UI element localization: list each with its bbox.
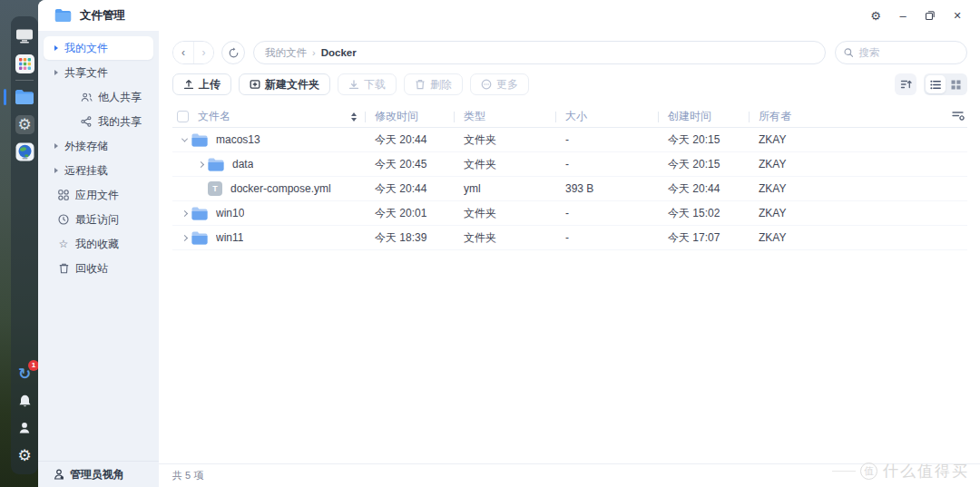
sidebar-item-remote-mount[interactable]: 远程挂载 — [44, 159, 153, 182]
cell-type: 文件夹 — [454, 132, 555, 148]
table-row[interactable]: win11 今天 18:39 文件夹 - 今天 17:07 ZKAY — [172, 226, 967, 250]
cell-size: 393 B — [555, 182, 658, 195]
folder-icon — [191, 133, 208, 147]
cell-name: win11 — [172, 231, 365, 245]
table-row[interactable]: data 今天 20:45 文件夹 - 今天 20:15 ZKAY — [172, 152, 967, 177]
sort-button[interactable] — [895, 73, 916, 95]
trash-icon — [415, 79, 426, 90]
sidebar-item-shared-files[interactable]: 共享文件 — [44, 61, 153, 84]
forward-button[interactable]: › — [193, 42, 213, 63]
sidebar-item-label: 我的共享 — [98, 114, 142, 130]
download-button[interactable]: 下载 — [338, 73, 397, 95]
search-input[interactable] — [858, 47, 958, 58]
file-name: win11 — [216, 231, 243, 244]
sort-arrows-icon[interactable] — [351, 112, 357, 122]
header-type[interactable]: 类型 — [454, 106, 555, 127]
header-owner[interactable]: 所有者 — [749, 106, 967, 127]
new-folder-icon — [250, 79, 260, 90]
desktop-icon[interactable] — [15, 26, 34, 46]
cell-owner: ZKAY — [749, 182, 967, 195]
file-name: docker-compose.yml — [230, 182, 331, 195]
search-icon — [844, 47, 853, 58]
sidebar-item-favorites[interactable]: ☆ 我的收藏 — [44, 232, 153, 256]
delete-button[interactable]: 删除 — [404, 73, 463, 95]
file-manager-icon[interactable] — [15, 87, 34, 107]
notifications-bell-icon[interactable] — [15, 391, 34, 411]
header-modified[interactable]: 修改时间 — [365, 106, 454, 127]
sort-icon — [900, 79, 912, 90]
header-name[interactable]: 文件名 — [172, 106, 365, 127]
caret-icon — [54, 70, 58, 75]
cell-modified: 今天 20:44 — [365, 132, 454, 148]
star-icon: ☆ — [57, 238, 70, 250]
breadcrumb-root[interactable]: 我的文件 — [265, 46, 307, 60]
system-gear-icon[interactable]: ⚙ — [15, 114, 34, 134]
settings-gear-icon[interactable]: ⚙ — [15, 445, 34, 465]
cell-created: 今天 20:44 — [658, 181, 749, 197]
expand-chevron-icon[interactable] — [177, 236, 191, 240]
sidebar-item-recent[interactable]: 最近访问 — [44, 208, 153, 231]
cell-type: yml — [454, 182, 555, 195]
table-header: 文件名 修改时间 类型 大小 创建时间 所有者 — [172, 106, 967, 128]
window-controls: ⚙ – ✕ — [862, 4, 971, 27]
status-bar: 共 5 项 — [159, 463, 980, 487]
upload-icon — [183, 79, 194, 90]
cell-name: T docker-compose.yml — [172, 181, 365, 196]
back-button[interactable]: ‹ — [173, 42, 193, 63]
app-folder-icon — [54, 8, 72, 23]
file-name: macos13 — [216, 133, 260, 146]
header-label: 文件名 — [198, 109, 230, 124]
table-row[interactable]: win10 今天 20:01 文件夹 - 今天 15:02 ZKAY — [172, 201, 967, 226]
breadcrumb[interactable]: 我的文件 › Docker — [253, 41, 826, 64]
header-created[interactable]: 创建时间 — [658, 106, 749, 127]
list-view-button[interactable] — [926, 75, 946, 93]
select-all-checkbox[interactable] — [177, 111, 189, 122]
sidebar-item-my-files[interactable]: 我的文件 — [44, 36, 153, 60]
column-settings-icon[interactable] — [952, 110, 965, 124]
sidebar-item-external-storage[interactable]: 外接存储 — [44, 134, 153, 158]
sidebar-item-label: 我的文件 — [64, 41, 108, 56]
globe-app-icon[interactable] — [15, 141, 34, 161]
upload-button[interactable]: 上传 — [172, 73, 231, 95]
grid-view-button[interactable] — [946, 75, 965, 93]
item-count: 共 5 项 — [172, 469, 203, 482]
caret-icon — [54, 143, 58, 149]
admin-view-switcher[interactable]: 管理员视角 — [38, 461, 159, 487]
expand-chevron-icon[interactable] — [177, 211, 191, 216]
table-row[interactable]: macos13 今天 20:44 文件夹 - 今天 20:15 ZKAY — [172, 128, 967, 152]
expand-chevron-icon[interactable] — [177, 138, 191, 142]
cell-modified: 今天 20:45 — [365, 157, 454, 172]
sidebar-item-my-shared[interactable]: 我的共享 — [44, 110, 153, 133]
cell-type: 文件夹 — [454, 157, 555, 172]
file-table-body: macos13 今天 20:44 文件夹 - 今天 20:15 ZKAY dat… — [172, 128, 967, 250]
app-grid-icon[interactable] — [15, 54, 34, 73]
cell-created: 今天 20:15 — [658, 157, 749, 172]
sidebar-item-label: 回收站 — [75, 261, 108, 277]
table-row[interactable]: T docker-compose.yml 今天 20:44 yml 393 B … — [172, 177, 967, 201]
cell-size: - — [555, 231, 658, 244]
new-folder-button[interactable]: 新建文件夹 — [239, 73, 330, 95]
more-button[interactable]: 更多 — [470, 73, 529, 95]
admin-person-icon — [53, 468, 65, 481]
minimize-button[interactable]: – — [889, 4, 916, 27]
sync-icon[interactable]: ↻ 1 — [15, 364, 34, 384]
search-box[interactable] — [835, 41, 967, 64]
header-size[interactable]: 大小 — [555, 106, 658, 127]
content-area: ‹ › 我的文件 › Docker — [159, 31, 980, 487]
sidebar-item-recycle-bin[interactable]: 回收站 — [44, 257, 153, 280]
apps-icon — [57, 189, 70, 201]
cell-size: - — [555, 158, 658, 170]
grid-view-icon — [951, 80, 961, 90]
user-icon[interactable] — [15, 418, 34, 438]
restore-button[interactable] — [916, 4, 944, 27]
close-button[interactable]: ✕ — [944, 4, 971, 27]
path-bar: ‹ › 我的文件 › Docker — [172, 41, 967, 64]
trash-icon — [57, 262, 70, 275]
refresh-button[interactable] — [221, 41, 245, 64]
sidebar-item-app-files[interactable]: 应用文件 — [44, 183, 153, 207]
sidebar-item-others-shared[interactable]: 他人共享 — [44, 85, 153, 109]
expand-chevron-icon[interactable] — [193, 162, 208, 167]
button-label: 删除 — [430, 77, 452, 93]
cell-modified: 今天 20:01 — [365, 206, 454, 221]
window-settings-button[interactable]: ⚙ — [862, 4, 889, 27]
